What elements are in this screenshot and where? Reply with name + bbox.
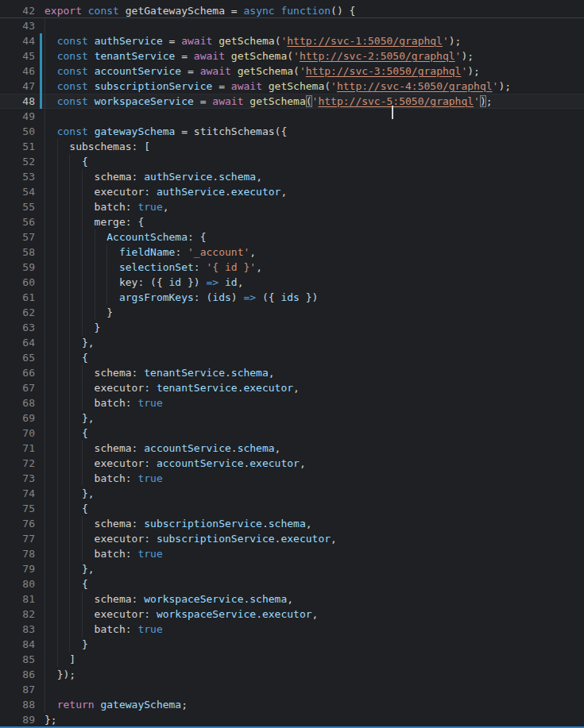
line-number[interactable]: 59 [0, 260, 35, 275]
line-number[interactable]: 44 [0, 33, 35, 48]
code-content[interactable]: const subscriptionService = await getSch… [44, 79, 584, 94]
line-number[interactable]: 73 [0, 471, 35, 486]
code-content[interactable]: schema: authService.schema, [44, 169, 584, 184]
line-number[interactable]: 42 [0, 3, 35, 18]
code-line[interactable]: 44 const authService = await getSchema('… [0, 33, 584, 48]
code-content[interactable]: executor: subscriptionService.executor, [44, 531, 584, 546]
code-content[interactable]: const workspaceService = await getSchema… [44, 94, 584, 109]
line-number[interactable]: 46 [0, 64, 35, 79]
code-content[interactable]: } [44, 305, 584, 320]
code-content[interactable]: fieldName: '_account', [44, 245, 584, 260]
code-line[interactable]: 69 }, [0, 410, 584, 426]
code-content[interactable]: }, [44, 335, 584, 350]
line-number[interactable]: 74 [0, 486, 35, 501]
code-line[interactable]: 66 schema: tenantService.schema, [0, 365, 584, 380]
line-number[interactable]: 48 [0, 94, 35, 109]
code-content[interactable]: { [44, 576, 584, 591]
code-content[interactable]: batch: true [44, 395, 584, 410]
code-line[interactable]: 83 batch: true [0, 622, 584, 637]
code-content[interactable]: batch: true, [44, 199, 584, 214]
code-line[interactable]: 76 schema: subscriptionService.schema, [0, 516, 584, 531]
code-content[interactable]: AccountSchema: { [44, 229, 584, 245]
code-content[interactable]: executor: workspaceService.executor, [44, 607, 584, 622]
code-content[interactable]: }); [44, 667, 584, 682]
code-content[interactable]: batch: true [44, 471, 584, 486]
code-line[interactable]: 59 selectionSet: '{ id }', [0, 260, 584, 275]
code-content[interactable]: schema: workspaceService.schema, [44, 591, 584, 607]
line-number[interactable]: 63 [0, 320, 35, 335]
code-line[interactable]: 67 executor: tenantService.executor, [0, 380, 584, 395]
code-line[interactable]: 84 } [0, 637, 584, 652]
line-number[interactable]: 88 [0, 697, 35, 712]
code-line[interactable]: 54 executor: authService.executor, [0, 184, 584, 199]
line-number[interactable]: 83 [0, 622, 35, 637]
code-content[interactable]: selectionSet: '{ id }', [44, 260, 584, 275]
code-line[interactable]: 50 const gatewaySchema = stitchSchemas({ [0, 124, 584, 139]
code-content[interactable] [44, 682, 584, 697]
code-line[interactable]: 75 { [0, 501, 584, 516]
code-line[interactable]: 79 }, [0, 561, 584, 576]
code-line[interactable]: 52 { [0, 154, 584, 169]
code-line[interactable]: 53 schema: authService.schema, [0, 169, 584, 184]
line-number[interactable]: 57 [0, 229, 35, 245]
code-content[interactable]: const tenantService = await getSchema('h… [44, 48, 584, 64]
line-number[interactable]: 52 [0, 154, 35, 169]
line-number[interactable]: 80 [0, 576, 35, 591]
code-line[interactable]: 86 }); [0, 667, 584, 682]
line-number[interactable]: 47 [0, 79, 35, 94]
line-number[interactable]: 84 [0, 637, 35, 652]
code-line[interactable]: 43 [0, 18, 584, 33]
code-content[interactable]: executor: accountService.executor, [44, 456, 584, 471]
code-content[interactable]: const authService = await getSchema('htt… [44, 33, 584, 48]
code-content[interactable] [44, 18, 584, 33]
line-number[interactable]: 71 [0, 441, 35, 456]
line-number[interactable]: 56 [0, 214, 35, 229]
line-number[interactable]: 72 [0, 456, 35, 471]
code-line[interactable]: 55 batch: true, [0, 199, 584, 214]
line-number[interactable]: 43 [0, 18, 35, 33]
line-number[interactable]: 62 [0, 305, 35, 320]
code-content[interactable]: subschemas: [ [44, 139, 584, 154]
code-line[interactable]: 51 subschemas: [ [0, 139, 584, 154]
code-line[interactable]: 74 }, [0, 486, 584, 501]
code-line[interactable]: 85 ] [0, 652, 584, 667]
line-number[interactable]: 61 [0, 290, 35, 305]
code-content[interactable]: const gatewaySchema = stitchSchemas({ [44, 124, 584, 139]
code-content[interactable]: argsFromKeys: (ids) => ({ ids }) [44, 290, 584, 305]
code-line[interactable]: 47 const subscriptionService = await get… [0, 79, 584, 94]
code-content[interactable]: }, [44, 410, 584, 426]
line-number[interactable]: 68 [0, 395, 35, 410]
code-line[interactable]: 73 batch: true [0, 471, 584, 486]
line-number[interactable]: 82 [0, 607, 35, 622]
line-number[interactable]: 70 [0, 426, 35, 441]
line-number[interactable]: 55 [0, 199, 35, 214]
code-content[interactable]: schema: accountService.schema, [44, 441, 584, 456]
code-line[interactable]: 61 argsFromKeys: (ids) => ({ ids }) [0, 290, 584, 305]
code-line[interactable]: 45 const tenantService = await getSchema… [0, 48, 584, 64]
line-number[interactable]: 79 [0, 561, 35, 576]
code-line[interactable]: 77 executor: subscriptionService.executo… [0, 531, 584, 546]
code-line[interactable]: 68 batch: true [0, 395, 584, 410]
code-line[interactable]: 48 const workspaceService = await getSch… [0, 94, 584, 109]
line-number[interactable]: 69 [0, 410, 35, 426]
code-content[interactable]: } [44, 637, 584, 652]
code-content[interactable]: }; [44, 712, 584, 727]
code-content[interactable]: ] [44, 652, 584, 667]
code-line[interactable]: 60 key: ({ id }) => id, [0, 275, 584, 290]
code-content[interactable]: batch: true [44, 622, 584, 637]
code-content[interactable] [44, 109, 584, 124]
code-content[interactable]: }, [44, 486, 584, 501]
line-number[interactable]: 54 [0, 184, 35, 199]
line-number[interactable]: 76 [0, 516, 35, 531]
code-content[interactable]: const accountService = await getSchema('… [44, 64, 584, 79]
code-line[interactable]: 78 batch: true [0, 546, 584, 561]
code-line[interactable]: 58 fieldName: '_account', [0, 245, 584, 260]
line-number[interactable]: 85 [0, 652, 35, 667]
code-content[interactable]: { [44, 426, 584, 441]
line-number[interactable]: 64 [0, 335, 35, 350]
line-number[interactable]: 51 [0, 139, 35, 154]
line-number[interactable]: 50 [0, 124, 35, 139]
line-number[interactable]: 49 [0, 109, 35, 124]
line-number[interactable]: 87 [0, 682, 35, 697]
code-line[interactable]: 87 [0, 682, 584, 697]
